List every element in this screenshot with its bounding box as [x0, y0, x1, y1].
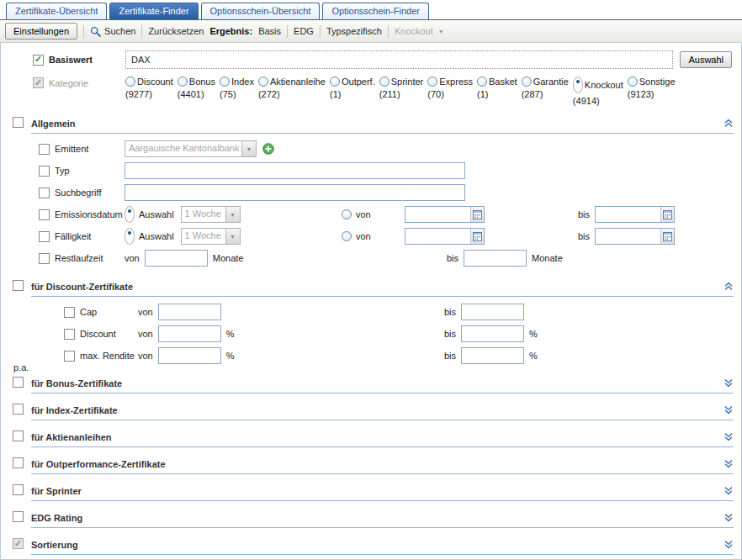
bonus-section-checkbox[interactable]	[13, 377, 24, 388]
calendar-icon[interactable]	[470, 207, 484, 222]
expand-icon[interactable]	[724, 378, 733, 388]
kategorie-radio-discount[interactable]	[125, 77, 135, 87]
suchen-button[interactable]: Suchen	[90, 26, 135, 37]
kategorie-checkbox	[33, 77, 44, 88]
zuruecksetzen-button[interactable]: Zurücksetzen	[148, 26, 204, 36]
tab-optionsschein-finder[interactable]: Optionsschein-Finder	[322, 3, 429, 19]
suchbegriff-input[interactable]	[125, 184, 465, 201]
calendar-icon[interactable]	[660, 229, 674, 244]
emissionsdatum-von-radio[interactable]	[342, 209, 352, 219]
collapse-icon[interactable]	[724, 282, 733, 291]
calendar-icon[interactable]	[660, 207, 674, 222]
calendar-icon[interactable]	[470, 229, 484, 244]
option-label[interactable]: Garantie	[533, 77, 569, 87]
discount-checkbox[interactable]	[64, 329, 75, 340]
index-section-checkbox[interactable]	[13, 404, 24, 415]
discount-von-input[interactable]	[158, 325, 221, 342]
emissionsdatum-von-input[interactable]	[405, 208, 470, 222]
option-label[interactable]: Outperf.	[342, 77, 375, 87]
emissionsdatum-auswahl-radio[interactable]	[125, 206, 135, 223]
emissionsdatum-bis-input[interactable]	[596, 208, 660, 222]
option-label[interactable]: Aktienanleihe	[270, 77, 326, 87]
faelligkeit-von-radio[interactable]	[342, 231, 352, 241]
faelligkeit-checkbox[interactable]	[39, 231, 50, 242]
cap-bis-input[interactable]	[461, 304, 524, 320]
ergebnis-basis-button[interactable]: Basis	[258, 26, 281, 36]
rendite-bis-input[interactable]	[461, 347, 524, 364]
tab-zertifikate-uebersicht[interactable]: Zertifikate-Übersicht	[6, 3, 107, 19]
kategorie-radio-express[interactable]	[427, 77, 437, 87]
basiswert-checkbox[interactable]	[33, 55, 44, 66]
option-label[interactable]: Basket	[489, 77, 517, 87]
faelligkeit-von-datefield	[405, 228, 485, 245]
rendite-checkbox[interactable]	[64, 351, 75, 362]
ergebnis-edg-button[interactable]: EDG	[294, 26, 314, 36]
faelligkeit-auswahl-radio[interactable]	[125, 228, 135, 245]
option-label[interactable]: Sonstige	[639, 77, 676, 87]
add-emittent-icon[interactable]	[262, 143, 274, 155]
emissionsdatum-bis-datefield	[595, 206, 675, 223]
ergebnis-typspezifisch-button[interactable]: Typspezifisch	[326, 26, 382, 36]
faelligkeit-von-input[interactable]	[405, 230, 470, 244]
outperformance-section-checkbox[interactable]	[13, 457, 24, 468]
cap-checkbox[interactable]	[64, 307, 75, 318]
discount-section-title: für Discount-Zertifikate	[31, 282, 133, 292]
typ-input[interactable]	[125, 162, 465, 179]
kategorie-radio-basket[interactable]	[477, 77, 487, 87]
discount-bis-input[interactable]	[461, 325, 524, 342]
restlaufzeit-von-input[interactable]	[145, 250, 208, 267]
expand-icon[interactable]	[724, 540, 733, 549]
tab-zertifikate-finder[interactable]: Zertifikate-Finder	[109, 3, 198, 19]
cap-von-input[interactable]	[158, 304, 221, 320]
suchbegriff-checkbox[interactable]	[39, 188, 50, 198]
discount-section-checkbox[interactable]	[13, 280, 24, 291]
toolbar-separator	[141, 25, 142, 38]
option-label[interactable]: Knockout	[585, 80, 623, 90]
tab-optionsschein-uebersicht[interactable]: Optionsschein-Übersicht	[201, 3, 321, 19]
restlaufzeit-label: Restlaufzeit	[55, 253, 103, 263]
einstellungen-button[interactable]: Einstellungen	[5, 23, 77, 40]
emittent-checkbox[interactable]	[39, 144, 50, 155]
von-label: von	[356, 209, 371, 219]
auswahl-button[interactable]: Auswahl	[680, 51, 732, 68]
option-count: (75)	[220, 89, 254, 99]
option-label[interactable]: Sprinter	[391, 77, 424, 87]
section-index-header: für Index-Zertifikate	[31, 401, 734, 420]
aktienanleihen-section-checkbox[interactable]	[13, 431, 24, 441]
emissionsdatum-checkbox[interactable]	[39, 209, 50, 220]
option-label[interactable]: Index	[231, 77, 254, 87]
collapse-icon[interactable]	[724, 119, 733, 128]
section-aktienanleihen-header: für Aktienanleihen	[31, 428, 734, 447]
restlaufzeit-checkbox[interactable]	[39, 253, 50, 264]
section-sortierung-header: Sortierung	[31, 536, 734, 555]
expand-icon[interactable]	[724, 432, 733, 441]
rendite-von-input[interactable]	[158, 347, 221, 364]
option-label[interactable]: Bonus	[189, 77, 215, 87]
kategorie-radio-bonus[interactable]	[178, 77, 188, 87]
kategorie-radio-outperf[interactable]	[330, 77, 340, 87]
kategorie-radio-sonstige[interactable]	[628, 77, 638, 87]
typ-checkbox[interactable]	[39, 166, 50, 177]
von-label: von	[138, 329, 153, 339]
edg-rating-section-checkbox[interactable]	[13, 511, 24, 522]
kategorie-radio-knockout[interactable]	[573, 77, 583, 93]
kategorie-radio-sprinter[interactable]	[379, 77, 390, 87]
sprinter-section-checkbox[interactable]	[13, 484, 24, 495]
faelligkeit-bis-input[interactable]	[596, 230, 660, 244]
kategorie-radio-garantie[interactable]	[522, 77, 532, 87]
emittent-label: Emittent	[55, 144, 88, 154]
basiswert-input[interactable]	[125, 50, 673, 69]
option-label[interactable]: Express	[439, 77, 473, 87]
expand-icon[interactable]	[724, 459, 733, 468]
typ-row: Typ	[1, 160, 741, 182]
section-allgemein: Allgemein Emittent Aargauische Kantonalb…	[1, 114, 741, 269]
allgemein-checkbox[interactable]	[13, 117, 24, 128]
expand-icon[interactable]	[724, 486, 733, 495]
kategorie-radio-index[interactable]	[220, 77, 230, 87]
expand-icon[interactable]	[724, 513, 733, 522]
faelligkeit-zeitraum-select: 1 Woche ▼	[181, 228, 241, 245]
restlaufzeit-bis-input[interactable]	[464, 250, 527, 267]
kategorie-radio-aktienanleihe[interactable]	[258, 77, 268, 87]
option-label[interactable]: Discount	[137, 77, 173, 87]
expand-icon[interactable]	[724, 405, 733, 415]
